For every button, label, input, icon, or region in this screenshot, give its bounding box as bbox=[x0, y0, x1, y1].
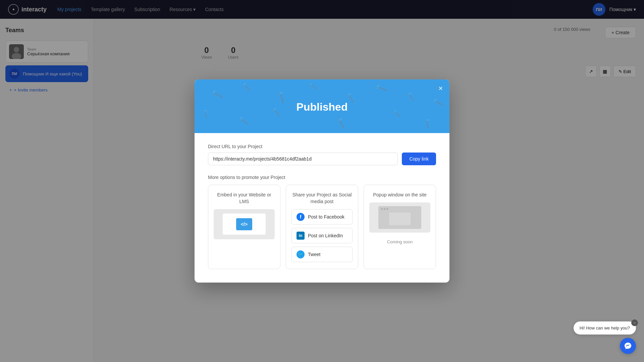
hammer-deco-7: 🔨 bbox=[405, 92, 416, 102]
embed-card: Embed in your Website or LMS </> bbox=[208, 185, 280, 269]
chat-widget: Hi! How can we help you? − bbox=[574, 321, 636, 354]
url-input[interactable] bbox=[208, 153, 398, 165]
promote-label: More options to promote your Project bbox=[208, 175, 436, 180]
social-buttons: f Post to Facebook in Post on LinkedIn 🐦… bbox=[291, 209, 353, 262]
dot-3 bbox=[386, 208, 388, 210]
modal-body: Direct URL to your Project Copy link Mor… bbox=[195, 133, 449, 282]
facebook-icon: f bbox=[297, 213, 305, 221]
copy-link-button[interactable]: Copy link bbox=[402, 153, 436, 165]
hammer-deco-1: 🔨 bbox=[210, 88, 224, 102]
twitter-icon: 🐦 bbox=[297, 250, 305, 258]
twitter-button[interactable]: 🐦 Tweet bbox=[291, 247, 353, 262]
embed-inner: </> bbox=[223, 214, 265, 235]
chat-bubble-text: Hi! How can we help you? bbox=[580, 325, 630, 330]
embed-card-title: Embed in your Website or LMS bbox=[214, 192, 275, 205]
chat-open-button[interactable] bbox=[620, 338, 636, 354]
popup-inner-window bbox=[389, 213, 411, 225]
popup-card-title: Popup window on the site bbox=[373, 192, 427, 198]
hammer-deco-4: 🔨 bbox=[308, 81, 318, 91]
hammer-deco-2: 🔨 bbox=[241, 83, 251, 92]
hammer-deco-11: 🔨 bbox=[334, 117, 348, 130]
modal-overlay: 🔨 🔨 🔨 🔨 🔨 🔨 🔨 🔨 🔨 🔨 🔨 🔨 🔨 🔨 × Published bbox=[0, 0, 644, 362]
facebook-button[interactable]: f Post to Facebook bbox=[291, 209, 353, 225]
facebook-label: Post to Facebook bbox=[308, 214, 344, 220]
messenger-icon bbox=[624, 342, 632, 350]
modal-close-button[interactable]: × bbox=[438, 85, 443, 92]
chat-close-button[interactable]: − bbox=[631, 319, 638, 326]
promote-grid: Embed in your Website or LMS </> Share y… bbox=[208, 185, 436, 269]
popup-dots bbox=[381, 208, 388, 210]
linkedin-label: Post on LinkedIn bbox=[308, 233, 343, 238]
modal-header: 🔨 🔨 🔨 🔨 🔨 🔨 🔨 🔨 🔨 🔨 🔨 🔨 🔨 🔨 × Published bbox=[195, 79, 449, 133]
linkedin-icon: in bbox=[297, 232, 305, 240]
social-card-title: Share your Project as Social media post bbox=[291, 192, 353, 205]
social-card: Share your Project as Social media post … bbox=[286, 185, 358, 269]
dot-1 bbox=[381, 208, 383, 210]
popup-window bbox=[378, 206, 421, 229]
popup-preview bbox=[369, 202, 430, 233]
embed-preview: </> bbox=[214, 209, 275, 239]
code-icon: </> bbox=[236, 218, 252, 230]
hammer-deco-9: 🔨 bbox=[237, 115, 249, 127]
chat-bubble: Hi! How can we help you? − bbox=[574, 321, 636, 335]
modal-title: Published bbox=[208, 101, 436, 113]
modal: 🔨 🔨 🔨 🔨 🔨 🔨 🔨 🔨 🔨 🔨 🔨 🔨 🔨 🔨 × Published bbox=[195, 79, 449, 282]
linkedin-button[interactable]: in Post on LinkedIn bbox=[291, 228, 353, 243]
hammer-deco-13: 🔨 bbox=[421, 117, 433, 130]
url-row: Copy link bbox=[208, 153, 436, 165]
url-label: Direct URL to your Project bbox=[208, 144, 436, 149]
twitter-label: Tweet bbox=[308, 252, 320, 257]
hammer-deco-6: 🔨 bbox=[374, 82, 388, 96]
popup-card: Popup window on the site Coming soon bbox=[364, 185, 436, 269]
coming-soon-label: Coming soon bbox=[387, 239, 413, 244]
dot-2 bbox=[384, 208, 385, 210]
